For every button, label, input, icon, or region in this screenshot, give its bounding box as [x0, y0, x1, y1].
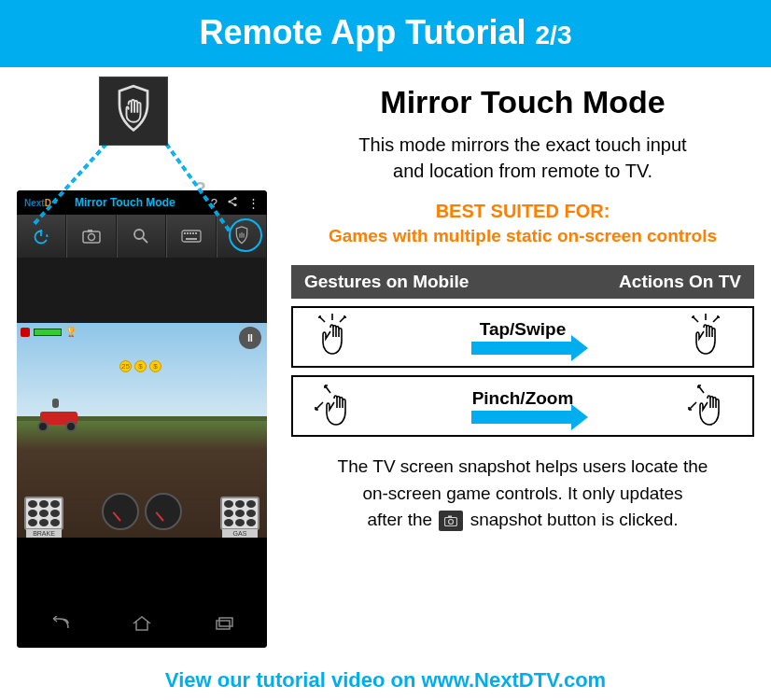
best-suited-label: BEST SUITED FOR:	[291, 201, 754, 222]
phone-mockup: NextD™ Mirror Touch Mode ? ⋮ 🏆	[17, 190, 267, 648]
game-screenshot: 🏆 II 25$$ BRAKE GAS	[17, 258, 267, 538]
mode-description: This mode mirrors the exact touch inputa…	[291, 132, 754, 184]
gesture-row-tap: Tap/Swipe	[291, 306, 754, 368]
share-icon[interactable]	[227, 196, 238, 210]
tap-hand-icon	[683, 313, 736, 361]
android-navbar	[17, 599, 267, 648]
gesture-row-pinch: Pinch/Zoom	[291, 375, 754, 437]
svg-rect-17	[217, 621, 230, 629]
svg-point-0	[233, 196, 236, 199]
svg-rect-15	[195, 232, 197, 234]
phone-mode-title: Mirror Touch Mode	[75, 196, 175, 209]
mirror-mode-callout	[99, 77, 168, 146]
pinch-hand-icon	[310, 382, 362, 430]
snapshot-description: The TV screen snapshot helps users locat…	[291, 454, 754, 534]
menu-dots-icon[interactable]: ⋮	[247, 196, 259, 210]
svg-rect-11	[184, 232, 186, 234]
svg-rect-21	[448, 515, 452, 518]
keyboard-button[interactable]	[166, 215, 217, 258]
svg-rect-12	[187, 232, 189, 234]
camera-icon	[439, 511, 463, 531]
arrow-icon	[471, 342, 574, 355]
table-header-tv: Actions On TV	[619, 272, 741, 292]
gesture-table: Gestures on Mobile Actions On TV Tap/Swi…	[291, 265, 754, 437]
brake-pedal[interactable]: BRAKE	[24, 497, 63, 530]
svg-rect-10	[182, 231, 201, 242]
phone-toolbar	[17, 215, 267, 258]
pinch-hand-icon	[683, 382, 736, 430]
svg-point-6	[88, 234, 94, 241]
svg-rect-7	[88, 230, 92, 232]
tap-hand-icon	[310, 313, 362, 361]
svg-point-20	[449, 519, 454, 524]
svg-point-8	[134, 230, 144, 239]
svg-rect-13	[189, 232, 191, 234]
arrow-icon	[471, 411, 574, 424]
svg-rect-16	[186, 238, 197, 240]
gas-pedal[interactable]: GAS	[220, 497, 259, 530]
phone-illustration: ? NextD™ Mirror Touch Mode ? ⋮	[17, 80, 278, 648]
banner-title: Remote App Tutorial	[200, 13, 536, 51]
svg-point-2	[233, 203, 236, 205]
table-header-mobile: Gestures on Mobile	[304, 272, 619, 292]
svg-rect-19	[445, 517, 457, 525]
pause-icon[interactable]: II	[239, 327, 261, 349]
tutorial-banner: Remote App Tutorial 2/3	[0, 0, 771, 67]
best-suited-text: Games with multiple static on-screen con…	[291, 226, 754, 246]
svg-line-9	[143, 238, 147, 243]
search-button[interactable]	[117, 215, 167, 258]
page-indicator: 2/3	[536, 21, 572, 49]
hand-shield-icon	[113, 84, 154, 138]
svg-rect-18	[219, 618, 232, 626]
mode-title: Mirror Touch Mode	[291, 84, 754, 120]
power-button[interactable]	[17, 215, 66, 258]
back-button[interactable]	[35, 610, 82, 637]
recent-button[interactable]	[202, 610, 248, 637]
camera-button[interactable]	[66, 215, 117, 258]
home-button[interactable]	[119, 610, 165, 637]
footer-link[interactable]: View our tutorial video on www.NextDTV.c…	[0, 668, 771, 693]
svg-rect-14	[192, 232, 194, 234]
